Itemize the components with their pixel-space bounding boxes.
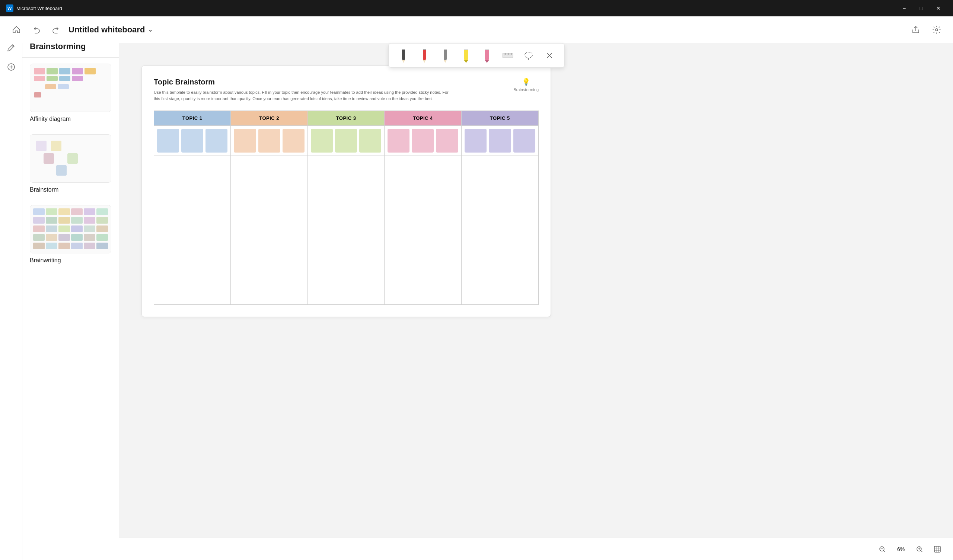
svg-rect-7: [423, 50, 426, 60]
fit-to-screen-button[interactable]: [931, 543, 944, 556]
topic-4-body[interactable]: [385, 155, 461, 304]
topic-4-card-1[interactable]: [388, 129, 410, 152]
add-button[interactable]: [2, 58, 20, 76]
svg-point-26: [525, 52, 532, 58]
canvas-area[interactable]: 💡 Brainstorming Topic Brainstorm Use thi…: [119, 43, 953, 538]
bottom-toolbar: 6%: [119, 538, 953, 560]
brainstorming-text: Brainstorming: [513, 87, 539, 92]
svg-rect-29: [934, 546, 941, 552]
topic-1-card-3[interactable]: [205, 129, 227, 152]
svg-point-2: [936, 29, 938, 31]
brainstorming-label: 💡 Brainstorming: [513, 78, 539, 92]
affinity-template-name: Affinity diagram: [30, 116, 111, 123]
svg-marker-14: [464, 60, 468, 63]
topic-2-card-1[interactable]: [234, 129, 256, 152]
topic-3-card-2[interactable]: [335, 129, 357, 152]
topic-5-header: TOPIC 5: [462, 111, 538, 126]
svg-marker-17: [485, 60, 489, 63]
template-item-affinity[interactable]: Affinity diagram: [22, 58, 119, 128]
topic-4-header: TOPIC 4: [385, 111, 461, 126]
topic-col-1: TOPIC 1: [154, 111, 231, 304]
svg-rect-13: [464, 50, 468, 60]
topic-5-cards: [462, 126, 538, 155]
home-button[interactable]: [9, 22, 24, 37]
svg-marker-8: [423, 60, 426, 63]
whiteboard-template-content: 💡 Brainstorming Topic Brainstorm Use thi…: [141, 65, 551, 317]
template-title: Topic Brainstorm: [154, 78, 539, 86]
template-description: Use this template to easily brainstorm a…: [154, 89, 452, 102]
pencil-red-button[interactable]: [416, 47, 433, 64]
topic-1-header: TOPIC 1: [154, 111, 230, 126]
topic-col-2: TOPIC 2: [231, 111, 307, 304]
svg-rect-10: [444, 50, 447, 60]
minimize-button[interactable]: −: [896, 0, 913, 16]
svg-rect-4: [402, 50, 405, 60]
topic-col-4: TOPIC 4: [385, 111, 461, 304]
topic-2-card-2[interactable]: [258, 129, 280, 152]
svg-rect-16: [485, 50, 489, 60]
brainstorm-thumbnail: [30, 134, 111, 183]
settings-button[interactable]: [929, 22, 944, 37]
close-drawing-toolbar-button[interactable]: [540, 47, 559, 64]
template-item-brainwriting[interactable]: Brainwriting: [22, 199, 119, 270]
titlebar: W Microsoft Whiteboard − □ ✕: [0, 0, 953, 16]
pencil-black-button[interactable]: [394, 47, 413, 64]
template-panel: Brainstorming: [22, 16, 119, 560]
ruler-button[interactable]: [499, 47, 517, 64]
topic-1-body[interactable]: [154, 155, 230, 304]
zoom-level-display: 6%: [893, 546, 908, 552]
topic-3-header: TOPIC 3: [308, 111, 384, 126]
topic-3-card-3[interactable]: [359, 129, 381, 152]
topic-2-card-3[interactable]: [282, 129, 304, 152]
app-toolbar: Untitled whiteboard ⌄: [0, 16, 953, 43]
topic-col-5: TOPIC 5: [462, 111, 538, 304]
brainwriting-template-name: Brainwriting: [30, 257, 111, 264]
topic-1-card-2[interactable]: [181, 129, 203, 152]
redo-button[interactable]: [49, 23, 62, 36]
left-sidebar: [0, 16, 22, 560]
topic-5-card-1[interactable]: [464, 129, 487, 152]
svg-text:W: W: [8, 6, 12, 11]
topic-5-card-3[interactable]: [513, 129, 535, 152]
bulb-icon: 💡: [522, 78, 530, 86]
highlighter-yellow-button[interactable]: [457, 47, 475, 64]
topic-1-cards: [154, 126, 230, 155]
titlebar-title: Microsoft Whiteboard: [16, 6, 896, 11]
affinity-thumbnail: [30, 64, 111, 112]
topic-1-card-1[interactable]: [157, 129, 179, 152]
template-item-brainstorm[interactable]: Brainstorm: [22, 128, 119, 199]
svg-rect-18: [485, 49, 489, 50]
topic-4-cards: [385, 126, 461, 155]
close-button[interactable]: ✕: [930, 0, 947, 16]
pencil-gray-button[interactable]: [436, 47, 454, 64]
document-title: Untitled whiteboard: [68, 25, 145, 35]
window-controls: − □ ✕: [896, 0, 947, 16]
topic-2-body[interactable]: [231, 155, 307, 304]
brainwriting-thumbnail: [30, 205, 111, 253]
svg-rect-12: [444, 49, 447, 50]
topic-3-body[interactable]: [308, 155, 384, 304]
title-chevron-icon[interactable]: ⌄: [148, 26, 153, 33]
svg-rect-15: [464, 49, 468, 50]
svg-rect-6: [402, 49, 405, 50]
share-button[interactable]: [908, 22, 923, 37]
topic-4-card-3[interactable]: [436, 129, 458, 152]
topic-3-cards: [308, 126, 384, 155]
undo-button[interactable]: [30, 23, 43, 36]
drawing-toolbar: [388, 43, 565, 68]
topic-4-card-2[interactable]: [412, 129, 434, 152]
topic-5-card-2[interactable]: [489, 129, 511, 152]
app-icon: W: [6, 5, 13, 12]
topic-2-header: TOPIC 2: [231, 111, 307, 126]
maximize-button[interactable]: □: [913, 0, 930, 16]
topic-3-card-1[interactable]: [311, 129, 333, 152]
brainstorm-template-name: Brainstorm: [30, 186, 111, 193]
eraser-button[interactable]: [478, 47, 496, 64]
zoom-out-button[interactable]: [875, 543, 889, 556]
document-title-area: Untitled whiteboard ⌄: [68, 25, 902, 35]
topic-2-cards: [231, 126, 307, 155]
topic-5-body[interactable]: [462, 155, 538, 304]
zoom-in-button[interactable]: [913, 543, 926, 556]
svg-marker-11: [444, 60, 447, 63]
lasso-select-button[interactable]: [520, 47, 537, 64]
